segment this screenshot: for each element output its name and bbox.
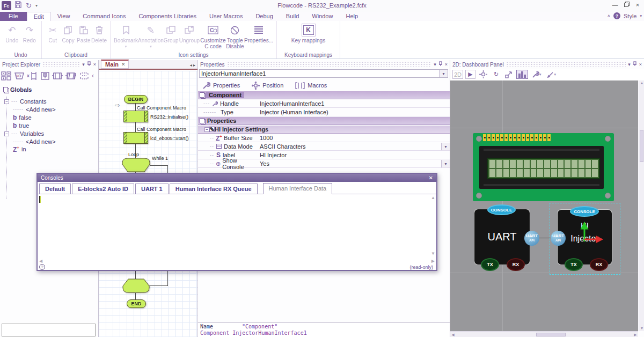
injector-rx-pin[interactable]: RX <box>590 258 608 271</box>
flowchart-decision-icon[interactable] <box>65 72 77 80</box>
flow-begin[interactable]: BEGIN <box>124 95 148 104</box>
paste-button[interactable]: Paste <box>76 23 91 43</box>
menu-file[interactable]: File <box>0 12 27 21</box>
property-row-type[interactable]: ------ Type Injector (Human Interface) <box>198 108 450 116</box>
wrench-tool-icon[interactable]: ▾ <box>530 70 543 79</box>
cut-button[interactable]: ✂ Cut <box>45 23 61 43</box>
scroll-right-icon[interactable]: ▶ <box>431 259 435 263</box>
restore-button[interactable] <box>621 2 632 8</box>
flow-end[interactable]: END <box>127 299 146 308</box>
bookmark-dropdown-icon[interactable]: ▾ <box>125 43 127 49</box>
menu-help[interactable]: Help <box>339 12 364 21</box>
tab-macros[interactable]: Macros <box>295 82 327 89</box>
property-row-data-mode[interactable]: -- Data Mode ASCII Characters ▾ <box>198 143 450 151</box>
flow-call-macro-2[interactable] <box>123 132 148 144</box>
scroll-right-icon[interactable]: ▶ <box>633 332 638 337</box>
flow-loop-end[interactable] <box>122 279 150 294</box>
scroll-left-icon[interactable]: ◀ <box>39 259 42 263</box>
property-row-handle[interactable]: --- Handle InjectorHumanInterface1 <box>198 100 450 108</box>
injector-tx-pin[interactable]: TX <box>565 258 583 271</box>
delete-button[interactable]: Delete <box>91 23 107 43</box>
menu-build[interactable]: Build <box>280 12 305 21</box>
menu-debug[interactable]: Debug <box>249 12 279 21</box>
flowchart-component-macro-icon[interactable] <box>40 71 50 80</box>
tree-item-globals[interactable]: Globals <box>3 86 32 93</box>
tree-item-false[interactable]: b false <box>13 114 32 121</box>
panel-menu-icon[interactable]: ▾ <box>628 62 631 67</box>
group-hi-injector-settings[interactable]: − ✎ HI Injector Settings <box>198 126 450 134</box>
scroll-up-icon[interactable]: ▲ <box>431 195 435 200</box>
collapse-ribbon-icon[interactable]: ˄ <box>608 13 610 19</box>
tree-item-constants-add-new[interactable]: ----- <Add new> <box>13 106 56 113</box>
close-icon[interactable]: × <box>639 62 642 67</box>
lcd-display-component[interactable] <box>473 133 614 201</box>
panel-menu-icon[interactable]: ▾ <box>434 62 436 67</box>
scrollbar-thumb[interactable] <box>640 130 643 162</box>
dashboard-canvas[interactable]: UART CONSOLE UART API TX RX HI Injector … <box>450 80 638 331</box>
console-tab-uart1[interactable]: UART 1 <box>135 184 169 194</box>
menu-window[interactable]: Window <box>305 12 339 21</box>
console-tab-eblocks2-auto-id[interactable]: E-blocks2 Auto ID <box>72 184 134 194</box>
pan-tool-icon[interactable] <box>478 70 489 79</box>
annotation-button[interactable]: ✎ Annotation ▾ <box>138 23 164 49</box>
menu-command-icons[interactable]: Command Icons <box>76 12 132 21</box>
close-button[interactable]: × <box>632 2 643 8</box>
rotate-tool-icon[interactable]: ↻ <box>491 70 501 79</box>
dashboard-horizontal-scrollbar[interactable]: ◀ ▶ <box>450 331 638 337</box>
flowchart-io-icon[interactable]: I/O <box>13 72 25 80</box>
scroll-down-icon[interactable]: ▼ <box>431 251 435 256</box>
consoles-titlebar[interactable]: Consoles ✕ <box>38 174 436 182</box>
flowchart-macro-icon[interactable] <box>52 72 63 80</box>
section-properties[interactable]: Properties <box>198 117 450 125</box>
panel-menu-icon[interactable]: ▾ <box>82 62 85 67</box>
group-button[interactable]: Group <box>164 23 179 43</box>
tree-item-constants[interactable]: − --- Constants <box>4 98 47 105</box>
tab-scroll-arrows[interactable]: ◂ ▸ <box>190 63 197 69</box>
section-component[interactable]: Component <box>198 91 450 99</box>
redo-button[interactable]: ↷ Redo <box>21 23 39 43</box>
pin-icon[interactable] <box>87 61 91 68</box>
tab-close-icon[interactable]: ✕ <box>121 62 126 67</box>
key-mappings-button[interactable]: K Key mappings <box>291 23 326 43</box>
scrollbar-thumb[interactable] <box>536 333 566 336</box>
flow-call-macro-1[interactable] <box>123 111 148 122</box>
toggle-disable-button[interactable]: Toggle Disable <box>226 23 244 49</box>
play-button[interactable]: ▶ <box>465 70 475 79</box>
close-icon[interactable]: ✕ <box>429 175 433 181</box>
pin-icon[interactable] <box>633 61 637 68</box>
scroll-up-icon[interactable]: ▲ <box>639 80 644 86</box>
tree-item-variables-add-new[interactable]: ----- <Add new> <box>13 138 56 145</box>
show-console-dropdown-icon[interactable]: ▾ <box>441 160 450 167</box>
tab-properties[interactable]: Properties <box>202 82 240 90</box>
property-row-buffer-size[interactable]: -- Z+ Buffer Size 1000 <box>198 134 450 142</box>
collapse-icon[interactable]: − <box>4 131 9 136</box>
injector-api-connector[interactable]: UART API <box>551 231 566 246</box>
tree-item-in[interactable]: Z+ in <box>13 145 26 153</box>
copy-button[interactable]: Copy <box>61 23 76 43</box>
uart-console-badge[interactable]: CONSOLE <box>487 204 516 215</box>
property-row-show-console[interactable]: -- ⊕ Show Console Yes ▾ <box>198 160 450 168</box>
flow-loop-start[interactable] <box>122 158 150 173</box>
console-tab-default[interactable]: Default <box>39 184 71 194</box>
help-icon[interactable]: ? <box>613 12 620 19</box>
pin-icon[interactable] <box>438 61 443 68</box>
mode-2d-button[interactable]: 2D <box>452 70 463 79</box>
bookmark-button[interactable]: Bookmark ▾ <box>114 23 138 49</box>
component-grid-tool-icon[interactable] <box>516 70 528 79</box>
customize-c-code-button[interactable]: C Customize C code <box>200 23 225 49</box>
close-icon[interactable]: × <box>93 62 96 67</box>
dashboard-vertical-scrollbar[interactable]: ▲ ▼ <box>639 80 644 331</box>
tab-position[interactable]: Position <box>252 82 283 90</box>
menu-user-macros[interactable]: User Macros <box>203 12 249 21</box>
tab-main[interactable]: Main ✕ <box>101 60 129 69</box>
menu-components-libraries[interactable]: Components Libraries <box>132 12 203 21</box>
flowchart-calculation-icon[interactable] <box>1 71 12 80</box>
flowchart-connection-icon[interactable]: x <box>27 71 39 80</box>
uart-component[interactable]: UART <box>474 209 530 265</box>
minimize-button[interactable]: — <box>610 2 620 8</box>
collapse-icon[interactable]: − <box>4 99 9 104</box>
console-horizontal-scrollbar[interactable]: ◀ ▶ <box>38 257 436 264</box>
resize-tool-icon[interactable] <box>503 70 514 79</box>
component-name-field[interactable]: InjectorHumanInterface1 ▾ <box>199 69 448 78</box>
name-dropdown-icon[interactable]: ▾ <box>439 70 448 77</box>
